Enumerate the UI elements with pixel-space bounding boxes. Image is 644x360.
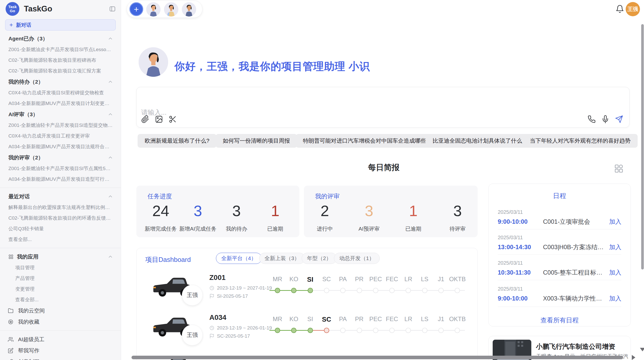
suggestion-chip[interactable]: 当下年轻人对汽车外观有怎样的喜好趋势: [523, 134, 638, 148]
sidebar-tool-帮我写作[interactable]: 帮我写作: [0, 345, 121, 356]
milestone-dot[interactable]: [340, 328, 346, 333]
sidebar-section-header[interactable]: Agent已办（3）: [0, 33, 121, 44]
sidebar-section-header[interactable]: 我的待办（2）: [0, 76, 121, 87]
my-apps-header[interactable]: 我的应用: [0, 251, 121, 262]
horizontal-scrollbar-thumb[interactable]: [131, 356, 623, 359]
sidebar-section-header[interactable]: 我的评审（2）: [0, 152, 121, 163]
scissors-icon[interactable]: [169, 115, 177, 123]
scroll-down-arrow-icon[interactable]: [640, 348, 644, 351]
member-avatar-1[interactable]: [146, 2, 160, 17]
section-title: 最近对话: [8, 193, 108, 200]
milestone-dot[interactable]: [373, 288, 378, 293]
member-avatar-3[interactable]: [182, 2, 196, 17]
sidebar-tool-创意制图[interactable]: 创意制图: [0, 356, 121, 360]
sidebar-task-item[interactable]: Z001-全新燃油轻卡产品开发项目SI节点属性5D文件评审: [0, 163, 121, 174]
join-link[interactable]: 加入: [609, 243, 621, 251]
view-all-schedule-link[interactable]: 查看所有日程: [489, 316, 631, 324]
chat-input-box[interactable]: 请输入...: [136, 87, 630, 128]
dashboard-tab[interactable]: 全新平台（4）: [216, 253, 262, 264]
recent-chats-header[interactable]: 最近对话: [0, 191, 121, 202]
milestone-dot[interactable]: [455, 328, 460, 333]
bell-icon[interactable]: [616, 5, 624, 13]
sidebar-task-item[interactable]: C0X4-动力总成开发项目工程变更评审: [0, 131, 121, 141]
milestone-dot[interactable]: [389, 288, 395, 293]
milestone-label: FEC: [386, 316, 398, 323]
sidebar-task-item[interactable]: A034-全新新能源MUV产品开发项目计划变更表编写: [0, 98, 121, 109]
sidebar-task-item[interactable]: C0X4-动力总成开发项目SI里程碑提交物检查: [0, 87, 121, 98]
project-owner-badge: 王强: [182, 285, 203, 306]
recent-chat-item[interactable]: C02-飞腾新能源轻客改款项目的闭环通告反馈情况: [0, 213, 121, 223]
paperclip-icon[interactable]: [141, 115, 149, 123]
app-item[interactable]: 产品管理: [0, 273, 121, 284]
chevron-up-icon[interactable]: [108, 79, 113, 85]
milestone-dot[interactable]: [340, 288, 346, 293]
sidebar-task-item[interactable]: Z001-全新燃油皮卡产品开发项目SI节点Lesson Learn报告: [0, 44, 121, 55]
user-avatar[interactable]: 王强: [626, 2, 640, 16]
vertical-scrollbar-thumb[interactable]: [641, 24, 644, 269]
new-chat-button[interactable]: + 新对话: [5, 19, 116, 31]
milestone-dot[interactable]: [389, 328, 395, 333]
milestone-dot[interactable]: [275, 328, 280, 333]
dashboard-tab[interactable]: 动总开发（1）: [334, 253, 380, 264]
plus-icon: +: [9, 21, 13, 28]
join-link[interactable]: 加入: [609, 218, 621, 226]
chevron-up-icon[interactable]: [108, 36, 113, 41]
milestone-dot[interactable]: [291, 288, 297, 293]
app-item[interactable]: 变更管理: [0, 284, 121, 294]
suggestion-chip[interactable]: 欧洲新规最近颁布了什么?: [138, 134, 216, 148]
add-member-button[interactable]: +: [129, 2, 143, 16]
image-icon[interactable]: [155, 115, 163, 123]
sidebar-task-item[interactable]: Z001-全新燃油轻卡产品开发项目SI造型提交物评审: [0, 120, 121, 131]
milestone-dot[interactable]: [275, 288, 280, 293]
member-avatar-2[interactable]: [164, 2, 178, 17]
scroll-right-arrow-icon[interactable]: [632, 355, 635, 360]
suggestion-chip[interactable]: 比亚迪全固态电池计划具体说了什么: [426, 134, 529, 148]
milestone-dot[interactable]: [422, 328, 427, 333]
milestone-dot[interactable]: [324, 328, 329, 333]
sidebar-section-header[interactable]: AI评审（3）: [0, 109, 121, 120]
sidebar-task-item[interactable]: C02-飞腾新能源轻客改款项目里程碑画布: [0, 55, 121, 66]
chevron-up-icon[interactable]: [108, 254, 113, 260]
milestone-dot[interactable]: [406, 328, 411, 333]
milestone-dot[interactable]: [357, 328, 362, 333]
project-code[interactable]: Z001: [209, 274, 226, 282]
suggestion-chip[interactable]: 特朗普可能对进口汽车增税会对中国车企造成哪些影响: [296, 134, 444, 148]
dashboard-tab[interactable]: 全新上装（3）: [259, 253, 305, 264]
dashboard-tab[interactable]: 年型（2）: [302, 253, 337, 264]
phone-icon[interactable]: [588, 115, 596, 123]
milestone-dot[interactable]: [308, 288, 313, 293]
milestone-dot[interactable]: [373, 328, 378, 333]
milestone-dot[interactable]: [422, 288, 427, 293]
send-icon[interactable]: [615, 115, 623, 123]
sidebar-link-我的收藏[interactable]: 我的收藏: [0, 316, 121, 327]
sidebar-task-item[interactable]: A034-全新新能源MUV产品开发项目造型可行性评审: [0, 174, 121, 185]
suggestion-chip[interactable]: 如何写一份清晰的项目周报: [216, 134, 297, 148]
join-link[interactable]: 加入: [609, 268, 621, 277]
milestone-dot[interactable]: [455, 288, 460, 293]
writing-icon: [8, 348, 14, 354]
recent-chat-item[interactable]: 公司Q3轻卡销量: [0, 223, 121, 234]
chevron-up-icon[interactable]: [108, 194, 113, 199]
project-code[interactable]: A034: [209, 313, 226, 322]
sidebar-link-我的云空间[interactable]: 我的云空间: [0, 305, 121, 316]
chevron-up-icon[interactable]: [108, 112, 113, 117]
milestone-dot[interactable]: [308, 328, 313, 333]
app-item[interactable]: 项目管理: [0, 262, 121, 273]
milestone-dot[interactable]: [324, 288, 329, 293]
panel-collapse-icon[interactable]: [109, 6, 116, 12]
join-link[interactable]: 加入: [609, 294, 621, 303]
recent-chat-item[interactable]: 查看全部...: [0, 234, 121, 245]
milestone-dot[interactable]: [438, 288, 444, 293]
milestone-dot[interactable]: [291, 328, 297, 333]
mic-icon[interactable]: [601, 115, 609, 123]
sidebar-task-item[interactable]: C02-飞腾新能源轻客改款项目立项汇报方案: [0, 66, 121, 76]
milestone-dot[interactable]: [438, 328, 444, 333]
recent-chat-item[interactable]: 解释最新出台的欧盟报废车法规再生塑料比例被调至15%...: [0, 202, 121, 213]
milestone-dot[interactable]: [406, 288, 411, 293]
milestone-dot[interactable]: [357, 288, 362, 293]
sidebar-tool-AI超级员工[interactable]: AI超级员工: [0, 334, 121, 345]
app-item[interactable]: 查看全部...: [0, 294, 121, 305]
briefing-layout-icon[interactable]: [614, 164, 624, 173]
sidebar-task-item[interactable]: A034-全新新能源MUV产品开发项目法规符合性评审: [0, 141, 121, 152]
chevron-up-icon[interactable]: [108, 155, 113, 160]
